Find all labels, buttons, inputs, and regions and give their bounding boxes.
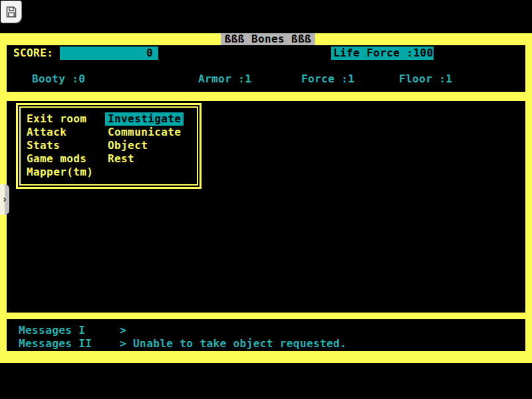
messages-ii-text: > Unable to take object requested. xyxy=(120,338,346,350)
menu-item-investigate[interactable]: Investigate xyxy=(105,112,184,126)
score-bar: 0 xyxy=(60,47,158,60)
life-force-value: Life Force :100 xyxy=(331,47,434,60)
floppy-disk-icon xyxy=(5,5,18,19)
game-title: ßßß Bones ßßß xyxy=(221,33,315,45)
game-screen: ßßß Bones ßßß SCORE: 0 Life Force :100 B… xyxy=(0,0,532,399)
stat-armor: Armor :1 xyxy=(198,73,251,85)
menu-item-exit-room[interactable]: Exit room xyxy=(27,113,86,125)
menu-item-rest[interactable]: Rest xyxy=(108,153,134,165)
chevron-right-icon: › xyxy=(1,195,7,204)
messages-i-text: > xyxy=(120,325,126,336)
stat-booty: Booty :0 xyxy=(32,73,85,85)
side-drawer-tab[interactable]: › xyxy=(0,184,9,215)
menu-item-mapper[interactable]: Mapper(tm) xyxy=(27,166,93,178)
stat-force: Force :1 xyxy=(301,73,354,85)
messages-i-label: Messages I xyxy=(19,325,85,336)
messages-ii-label: Messages II xyxy=(19,338,92,350)
stat-floor: Floor :1 xyxy=(399,73,452,85)
menu-item-communicate[interactable]: Communicate xyxy=(108,126,181,138)
menu-item-stats[interactable]: Stats xyxy=(27,140,60,152)
score-label: SCORE: xyxy=(13,47,53,59)
menu-item-game-mods[interactable]: Game mods xyxy=(27,153,86,165)
menu-item-object[interactable]: Object xyxy=(108,140,148,152)
menu-item-attack[interactable]: Attack xyxy=(27,126,66,138)
save-button[interactable] xyxy=(1,1,21,23)
